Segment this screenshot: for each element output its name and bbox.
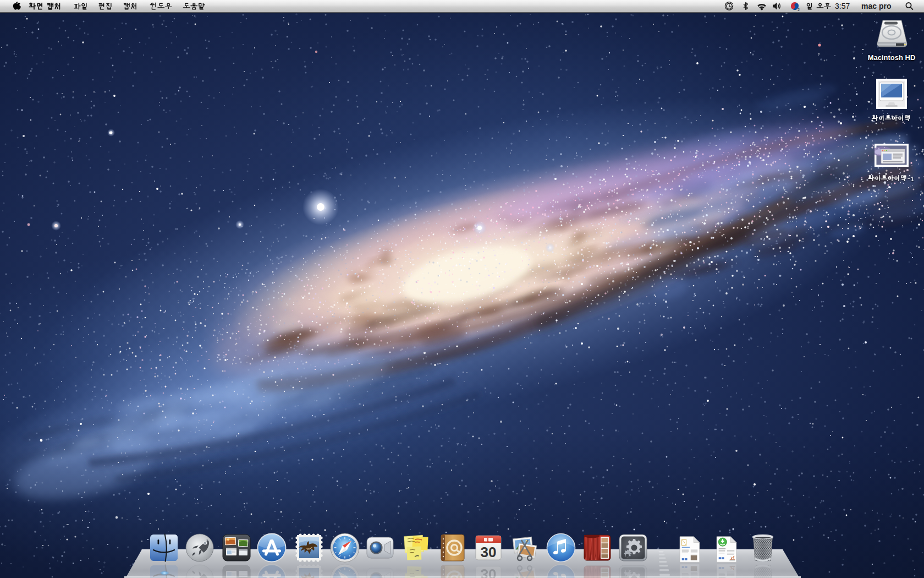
svg-text:mac pro: mac pro bbox=[861, 2, 891, 10]
svg-text:2: 2 bbox=[798, 8, 800, 12]
svg-text:3:57: 3:57 bbox=[835, 2, 850, 10]
